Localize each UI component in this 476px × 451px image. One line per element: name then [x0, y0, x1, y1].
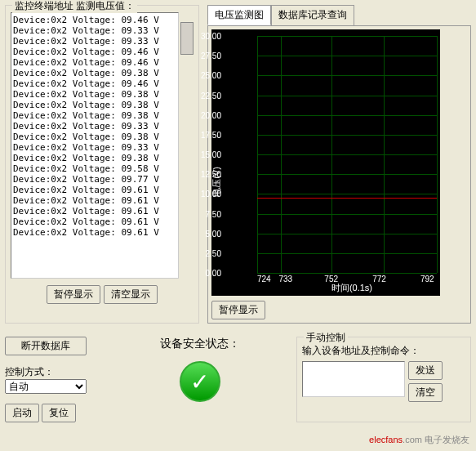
send-button[interactable]: 发送 [408, 361, 443, 380]
y-tick: 25.00 [197, 71, 221, 80]
reset-button[interactable]: 复位 [42, 404, 76, 422]
tab-voltage-chart[interactable]: 电压监测图 [207, 5, 271, 25]
y-tick: 22.50 [197, 92, 221, 100]
y-tick: 15.00 [197, 150, 221, 159]
plot-area [257, 36, 437, 273]
scroll-thumb[interactable] [180, 22, 194, 55]
log-panel: 监控终端地址 监测电压值： Device:0x2 Voltage: 09.46 … [5, 5, 199, 324]
voltage-chart: 电压(V) 30.0027.5025.0022.5020.0017.5015.0… [211, 29, 440, 296]
clear-cmd-button[interactable]: 清空 [408, 383, 443, 402]
y-tick: 12.50 [197, 170, 221, 179]
y-tick: 20.00 [197, 111, 221, 120]
log-scrollbar[interactable] [180, 19, 194, 280]
manual-command-input[interactable] [302, 361, 405, 397]
chart-tabs: 电压监测图 数据库记录查询 [207, 5, 471, 25]
y-tick: 5.00 [197, 230, 221, 239]
control-mode-select[interactable]: 自动 [5, 379, 87, 394]
x-axis: 时间(0.1s) 724733752772792 [242, 273, 440, 296]
x-axis-label: 时间(0.1s) [331, 282, 372, 294]
y-tick: 10.00 [197, 190, 221, 199]
checkmark-icon: ✓ [190, 368, 209, 395]
pause-chart-button[interactable]: 暂停显示 [211, 301, 265, 319]
y-tick: 2.50 [197, 249, 221, 258]
manual-control-group: 手动控制 输入设备地址及控制命令： 发送 清空 [296, 337, 471, 422]
start-button[interactable]: 启动 [5, 404, 39, 422]
y-tick: 7.50 [197, 210, 221, 219]
y-axis: 30.0027.5025.0022.5020.0017.5015.0012.50… [211, 29, 242, 296]
status-ok-icon: ✓ [180, 361, 220, 402]
disconnect-db-button[interactable]: 断开数据库 [5, 337, 87, 355]
x-tick: 752 [324, 275, 338, 284]
manual-group-title: 手动控制 [304, 331, 348, 345]
tab-db-query[interactable]: 数据库记录查询 [271, 5, 354, 25]
x-tick: 733 [278, 275, 292, 284]
clear-log-button[interactable]: 清空显示 [104, 285, 158, 304]
y-tick: 30.00 [197, 32, 221, 41]
manual-prompt: 输入设备地址及控制命令： [302, 344, 465, 358]
x-tick: 792 [420, 275, 434, 284]
control-mode-label: 控制方式： [5, 365, 103, 379]
x-tick: 724 [257, 275, 271, 284]
voltage-series-line [257, 198, 437, 199]
x-tick: 772 [372, 275, 386, 284]
y-tick: 27.50 [197, 51, 221, 60]
status-label: 设备安全状态： [119, 337, 280, 351]
log-listbox[interactable]: Device:0x2 Voltage: 09.46 V Device:0x2 V… [11, 12, 179, 279]
y-tick: 0.00 [197, 269, 221, 278]
log-panel-title: 监控终端地址 监测电压值： [12, 0, 137, 13]
footer-watermark: elecfans.com 电子发烧友 [369, 434, 469, 446]
y-tick: 17.50 [197, 131, 221, 140]
pause-log-button[interactable]: 暂停显示 [47, 285, 100, 304]
